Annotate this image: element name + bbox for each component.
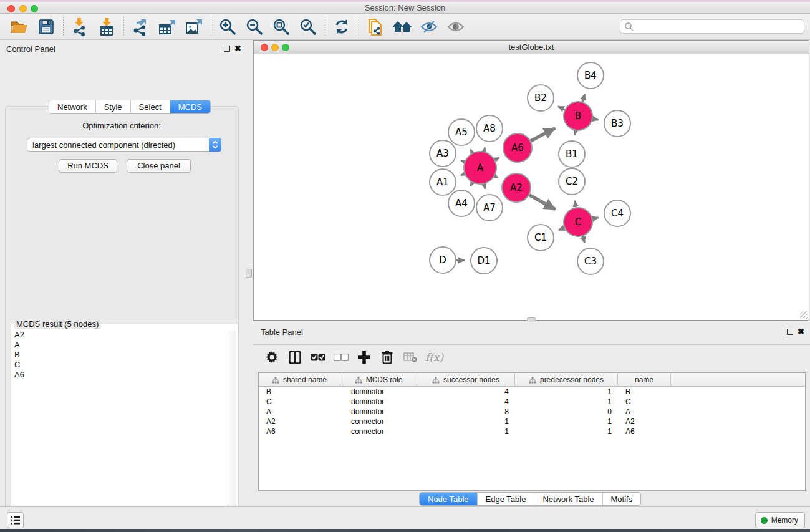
show-graphics-details-button[interactable] [445,16,467,37]
tab-node-table[interactable]: Node Table [420,493,478,505]
edge-A-A7[interactable] [484,184,485,188]
edge-A-A2[interactable] [495,176,498,178]
cell-predecessor-nodes[interactable]: 0 [515,407,618,417]
zoom-fit-button[interactable] [270,16,292,37]
split-divider-handle-horizontal[interactable] [527,317,536,322]
cell-name[interactable]: C [618,397,671,407]
add-column-button[interactable] [356,349,372,366]
mcds-result-item[interactable]: A6 [13,370,226,380]
float-panel-icon[interactable] [224,46,230,52]
cell-successor-nodes[interactable]: 8 [417,407,515,417]
edge-A-A6[interactable] [495,158,499,160]
table-row[interactable]: Adominator80A [259,407,805,417]
cell-MCDS-role[interactable]: connector [340,417,417,427]
window-resize-grip[interactable] [800,311,808,319]
column-header-name[interactable]: name [618,373,671,387]
table-row[interactable]: Cdominator41C [259,397,805,407]
edge-C-C3[interactable] [582,236,584,243]
export-table-button[interactable] [156,16,178,37]
criterion-dropdown[interactable]: largest connected component (directed) [27,138,221,152]
zoom-selected-button[interactable] [297,16,319,37]
edge-A-A5[interactable] [471,150,473,153]
cell-shared-name[interactable]: A [259,407,340,417]
export-network-button[interactable] [129,16,152,37]
tab-network-table[interactable]: Network Table [534,493,602,505]
tab-select[interactable]: Select [131,100,170,113]
edge-B-B2[interactable] [558,107,564,110]
cell-name[interactable]: A [618,407,671,417]
cell-successor-nodes[interactable]: 4 [417,397,515,407]
refresh-button[interactable] [330,16,353,37]
edge-B-B3[interactable] [593,118,599,120]
cell-MCDS-role[interactable]: connector [340,427,417,437]
open-file-button[interactable] [8,16,31,37]
table-row[interactable]: A6connector11A6 [259,427,805,437]
edge-C-C2[interactable] [575,201,576,207]
tab-mcds[interactable]: MCDS [170,100,210,113]
table-row[interactable]: A2connector11A2 [259,417,805,427]
cell-MCDS-role[interactable]: dominator [340,407,417,417]
save-session-button[interactable] [35,16,57,37]
column-header-successor-nodes[interactable]: successor nodes [417,373,515,387]
edge-B-B1[interactable] [575,131,576,135]
edge-C-C4[interactable] [592,218,598,219]
tab-motifs[interactable]: Motifs [603,493,641,505]
zoom-in-button[interactable] [216,16,239,37]
split-divider-handle[interactable] [246,269,252,278]
network-canvas[interactable]: AA1A2A3A4A5A6A7A8BB1B2B3B4CC1C2C3C4DD1 [254,54,809,320]
search-input[interactable] [634,21,804,32]
cell-predecessor-nodes[interactable]: 1 [515,427,618,437]
cell-shared-name[interactable]: C [259,397,340,407]
run-mcds-button[interactable]: Run MCDS [59,159,117,173]
result-scrollbar[interactable] [228,331,236,532]
cell-MCDS-role[interactable]: dominator [340,387,417,397]
zoom-out-button[interactable] [243,16,266,37]
cell-predecessor-nodes[interactable]: 1 [515,397,618,407]
select-all-checkboxes-button[interactable] [310,349,326,366]
mcds-result-item[interactable]: A [13,340,226,350]
clone-network-button[interactable] [364,16,387,37]
mcds-result-item[interactable]: A2 [13,330,226,340]
edge-A-A1[interactable] [461,174,465,175]
delete-column-button[interactable] [379,349,395,366]
memory-button[interactable]: Memory [755,512,805,528]
close-panel-icon[interactable]: ✖ [234,44,241,53]
tab-style[interactable]: Style [96,100,131,113]
cell-name[interactable]: A2 [618,417,671,427]
column-mode-button[interactable] [287,349,303,366]
mcds-result-item[interactable]: C [13,360,226,370]
cell-MCDS-role[interactable]: dominator [340,397,417,407]
search-box[interactable] [620,19,804,34]
cell-shared-name[interactable]: B [259,387,340,397]
cell-successor-nodes[interactable]: 1 [417,417,515,427]
edge-A-A8[interactable] [484,147,485,151]
cell-successor-nodes[interactable]: 4 [417,387,515,397]
cell-name[interactable]: A6 [618,427,671,437]
edge-A-A4[interactable] [471,183,473,186]
tab-network[interactable]: Network [49,100,96,113]
column-header-shared-name[interactable]: shared name [259,373,340,387]
edge-C-C1[interactable] [559,228,564,230]
network-window-titlebar[interactable]: testGlobe.txt [254,41,809,54]
edge-B-B4[interactable] [582,94,585,102]
tab-edge-table[interactable]: Edge Table [478,493,535,505]
settings-gear-button[interactable] [264,349,280,366]
home-button[interactable] [391,16,413,37]
cell-name[interactable]: B [618,387,671,397]
import-network-button[interactable] [69,16,91,37]
cell-shared-name[interactable]: A2 [259,417,340,427]
task-history-button[interactable] [7,512,24,528]
edge-A2-C[interactable] [529,195,556,210]
close-table-panel-icon[interactable]: ✖ [798,327,804,336]
table-row[interactable]: Bdominator41B [259,387,805,397]
edge-A-A3[interactable] [461,160,465,162]
cell-successor-nodes[interactable]: 1 [417,427,515,437]
cell-predecessor-nodes[interactable]: 1 [515,417,618,427]
export-image-button[interactable] [183,16,205,37]
clear-checkboxes-button[interactable] [333,349,349,366]
cell-shared-name[interactable]: A6 [259,427,340,437]
mcds-result-item[interactable]: B [13,350,226,360]
cell-predecessor-nodes[interactable]: 1 [515,387,618,397]
import-table-button[interactable] [95,16,118,37]
edge-A6-B[interactable] [531,128,555,140]
